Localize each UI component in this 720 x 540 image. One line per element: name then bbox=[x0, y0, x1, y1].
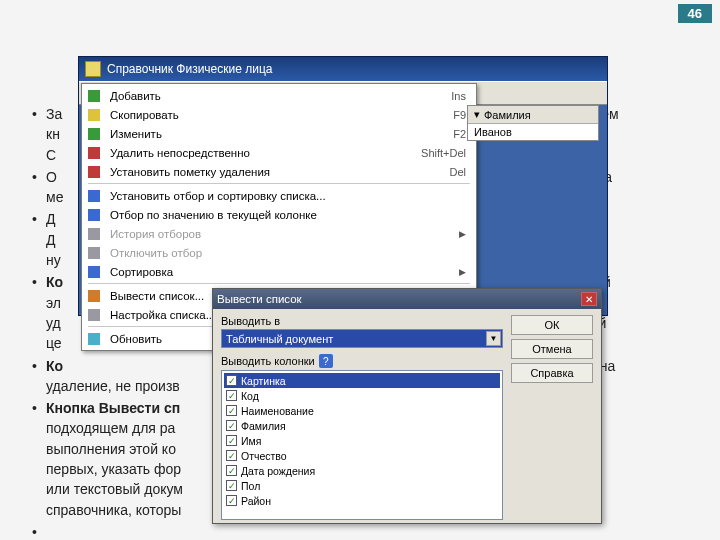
column-item[interactable]: ✓Пол bbox=[224, 478, 500, 493]
column-name: Имя bbox=[241, 435, 261, 447]
help-button[interactable]: Справка bbox=[511, 363, 593, 383]
checkbox-icon[interactable]: ✓ bbox=[226, 435, 237, 446]
titlebar[interactable]: Справочник Физические лица bbox=[79, 57, 607, 81]
menu-icon bbox=[86, 188, 102, 204]
menu-icon bbox=[86, 145, 102, 161]
menu-item: История отборов▶ bbox=[82, 224, 476, 243]
menu-icon bbox=[86, 264, 102, 280]
menu-icon bbox=[86, 245, 102, 261]
checkbox-icon[interactable]: ✓ bbox=[226, 405, 237, 416]
menu-icon bbox=[86, 126, 102, 142]
menu-item[interactable]: Установить пометку удаленияDel bbox=[82, 162, 476, 181]
page-number-badge: 46 bbox=[678, 4, 712, 23]
chevron-down-icon[interactable]: ▼ bbox=[486, 331, 501, 346]
columns-listbox[interactable]: ✓Картинка✓Код✓Наименование✓Фамилия✓Имя✓О… bbox=[221, 370, 503, 520]
menu-icon bbox=[86, 107, 102, 123]
column-name: Код bbox=[241, 390, 259, 402]
menu-label: Сортировка bbox=[110, 266, 455, 278]
window-title: Справочник Физические лица bbox=[107, 62, 273, 76]
menu-item[interactable]: Удалить непосредственноShift+Del bbox=[82, 143, 476, 162]
column-name: Наименование bbox=[241, 405, 314, 417]
columns-label: Выводить колонки ? bbox=[221, 354, 503, 368]
table-fragment: ▾ Фамилия Иванов bbox=[467, 105, 599, 141]
menu-item: Отключить отбор bbox=[82, 243, 476, 262]
menu-icon bbox=[86, 88, 102, 104]
checkbox-icon[interactable]: ✓ bbox=[226, 390, 237, 401]
menu-label: Удалить непосредственно bbox=[110, 147, 421, 159]
column-item[interactable]: ✓Код bbox=[224, 388, 500, 403]
menu-shortcut: F2 bbox=[453, 128, 466, 140]
menu-shortcut: Shift+Del bbox=[421, 147, 466, 159]
table-cell[interactable]: Иванов bbox=[468, 124, 598, 140]
menu-item[interactable]: ДобавитьIns bbox=[82, 86, 476, 105]
output-to-label: Выводить в bbox=[221, 315, 503, 327]
column-item[interactable]: ✓Отчество bbox=[224, 448, 500, 463]
dialog-title: Вывести список bbox=[217, 293, 302, 305]
sort-arrow-icon: ▾ bbox=[474, 108, 480, 121]
column-item[interactable]: ✓Фамилия bbox=[224, 418, 500, 433]
menu-label: Установить пометку удаления bbox=[110, 166, 449, 178]
menu-item[interactable]: Установить отбор и сортировку списка... bbox=[82, 186, 476, 205]
menu-icon bbox=[86, 207, 102, 223]
column-header[interactable]: ▾ Фамилия bbox=[468, 106, 598, 124]
checkbox-icon[interactable]: ✓ bbox=[226, 450, 237, 461]
column-item[interactable]: ✓Имя bbox=[224, 433, 500, 448]
output-format-combo[interactable]: Табличный документ ▼ bbox=[221, 329, 503, 348]
export-list-dialog: Вывести список ✕ Выводить в Табличный до… bbox=[212, 288, 602, 524]
submenu-arrow-icon: ▶ bbox=[459, 267, 466, 277]
column-item[interactable]: ✓Наименование bbox=[224, 403, 500, 418]
column-name: Фамилия bbox=[241, 420, 286, 432]
column-item[interactable]: ✓Картинка bbox=[224, 373, 500, 388]
submenu-arrow-icon: ▶ bbox=[459, 229, 466, 239]
menu-shortcut: Ins bbox=[451, 90, 466, 102]
checkbox-icon[interactable]: ✓ bbox=[226, 480, 237, 491]
ok-button[interactable]: ОК bbox=[511, 315, 593, 335]
menu-label: Установить отбор и сортировку списка... bbox=[110, 190, 466, 202]
column-item[interactable]: ✓Дата рождения bbox=[224, 463, 500, 478]
column-item[interactable]: ✓Район bbox=[224, 493, 500, 508]
column-name: Район bbox=[241, 495, 271, 507]
menu-shortcut: F9 bbox=[453, 109, 466, 121]
directory-window: Справочник Физические лица Действия▼ Доб… bbox=[78, 56, 608, 316]
column-header-label: Фамилия bbox=[484, 109, 531, 121]
menu-icon bbox=[86, 307, 102, 323]
menu-icon bbox=[86, 331, 102, 347]
dialog-titlebar[interactable]: Вывести список ✕ bbox=[213, 289, 601, 309]
menu-label: Изменить bbox=[110, 128, 453, 140]
menu-item[interactable]: Сортировка▶ bbox=[82, 262, 476, 281]
app-icon bbox=[85, 61, 101, 77]
menu-icon bbox=[86, 288, 102, 304]
column-name: Пол bbox=[241, 480, 260, 492]
checkbox-icon[interactable]: ✓ bbox=[226, 420, 237, 431]
menu-label: История отборов bbox=[110, 228, 455, 240]
menu-label: Отбор по значению в текущей колонке bbox=[110, 209, 466, 221]
column-name: Картинка bbox=[241, 375, 286, 387]
checkbox-icon[interactable]: ✓ bbox=[226, 465, 237, 476]
combo-value: Табличный документ bbox=[226, 333, 333, 345]
menu-label: Скопировать bbox=[110, 109, 453, 121]
close-button[interactable]: ✕ bbox=[581, 292, 597, 306]
help-icon[interactable]: ? bbox=[319, 354, 333, 368]
menu-label: Добавить bbox=[110, 90, 451, 102]
menu-item[interactable]: ИзменитьF2 bbox=[82, 124, 476, 143]
menu-item[interactable]: СкопироватьF9 bbox=[82, 105, 476, 124]
menu-item[interactable]: Отбор по значению в текущей колонке bbox=[82, 205, 476, 224]
menu-icon bbox=[86, 164, 102, 180]
column-name: Отчество bbox=[241, 450, 287, 462]
menu-label: Отключить отбор bbox=[110, 247, 466, 259]
checkbox-icon[interactable]: ✓ bbox=[226, 495, 237, 506]
menu-shortcut: Del bbox=[449, 166, 466, 178]
cancel-button[interactable]: Отмена bbox=[511, 339, 593, 359]
checkbox-icon[interactable]: ✓ bbox=[226, 375, 237, 386]
menu-icon bbox=[86, 226, 102, 242]
column-name: Дата рождения bbox=[241, 465, 315, 477]
